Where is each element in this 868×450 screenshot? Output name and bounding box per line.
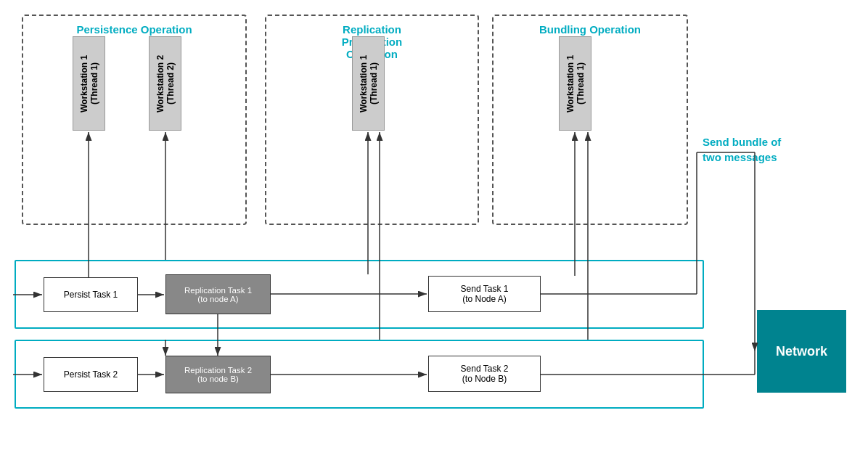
send-task-1: Send Task 1(to Node A)	[428, 276, 541, 312]
workstation-2-thread-2-persistence: Workstation 2(Thread 2)	[149, 36, 181, 131]
persistence-operation-title: Persistence Operation	[76, 23, 192, 36]
workstation-1-thread-1-bundling: Workstation 1(Thread 1)	[559, 36, 591, 131]
bundling-operation-title: Bundling Operation	[539, 23, 641, 36]
replication-task-2: Replication Task 2(to node B)	[165, 356, 271, 393]
send-task-2: Send Task 2(to Node B)	[428, 356, 541, 392]
persist-task-2: Persist Task 2	[44, 357, 138, 392]
workstation-1-thread-1-persistence: Workstation 1(Thread 1)	[73, 36, 105, 131]
network-label: Network	[776, 344, 827, 359]
persistence-operation-box: Persistence Operation	[22, 15, 247, 225]
diagram-container: Persistence Operation Replication Prepar…	[0, 0, 868, 450]
network-box: Network	[757, 310, 846, 393]
persist-task-1: Persist Task 1	[44, 277, 138, 312]
workstation-1-thread-1-replication: Workstation 1(Thread 1)	[352, 36, 385, 131]
replication-task-1: Replication Task 1(to node A)	[165, 274, 271, 314]
send-bundle-label: Send bundle oftwo messages	[703, 134, 781, 165]
